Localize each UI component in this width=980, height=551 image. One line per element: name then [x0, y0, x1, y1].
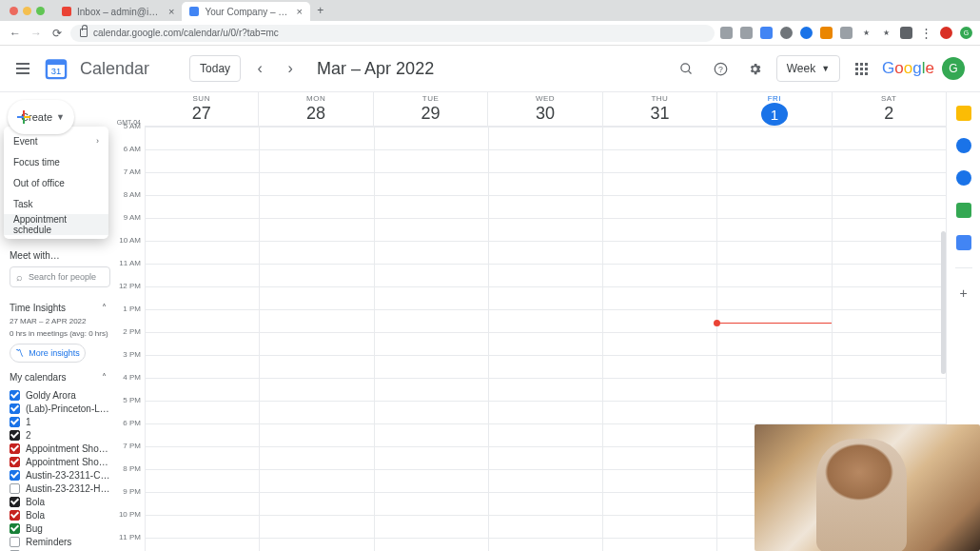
hour-cell[interactable]: [717, 355, 831, 378]
keep-icon[interactable]: [956, 106, 971, 121]
calendar-checkbox[interactable]: [10, 430, 20, 441]
hour-cell[interactable]: [717, 286, 831, 309]
calendar-checkbox[interactable]: [10, 443, 20, 454]
hour-cell[interactable]: [603, 332, 716, 355]
hour-cell[interactable]: [375, 309, 488, 332]
hour-cell[interactable]: [833, 332, 946, 355]
hour-cell[interactable]: [603, 492, 716, 515]
calendar-list-item[interactable]: Appointment Should be cr…: [10, 457, 110, 467]
calendar-checkbox[interactable]: [10, 523, 20, 534]
hour-cell[interactable]: [603, 286, 716, 309]
hour-cell[interactable]: [833, 264, 946, 286]
close-window[interactable]: [10, 7, 18, 15]
calendar-checkbox[interactable]: [10, 390, 20, 401]
hour-cell[interactable]: [717, 149, 831, 172]
hour-cell[interactable]: [489, 538, 602, 551]
hour-cell[interactable]: [260, 172, 373, 195]
hour-cell[interactable]: [146, 515, 259, 538]
calendar-checkbox[interactable]: [10, 417, 20, 427]
hour-cell[interactable]: [260, 538, 373, 551]
hour-cell[interactable]: [375, 355, 488, 378]
google-logo[interactable]: Google: [882, 57, 934, 80]
calendar-list-item[interactable]: Reminders: [10, 537, 110, 547]
create-menu-item[interactable]: Task: [4, 193, 108, 214]
hour-cell[interactable]: [489, 172, 602, 195]
hour-cell[interactable]: [833, 378, 946, 401]
ext-icon[interactable]: [740, 27, 753, 39]
calendar-checkbox[interactable]: [10, 470, 20, 481]
hour-cell[interactable]: [489, 264, 602, 286]
more-insights-button[interactable]: 〽 More insights: [10, 344, 86, 363]
calendar-list-item[interactable]: 2: [10, 430, 110, 441]
hour-cell[interactable]: [489, 195, 602, 218]
hour-cell[interactable]: [375, 446, 488, 469]
hour-cell[interactable]: [717, 172, 831, 195]
nav-forward-icon[interactable]: →: [29, 26, 44, 41]
hour-cell[interactable]: [146, 127, 259, 149]
browser-tab[interactable]: Your Company – Calendar – W…×: [182, 2, 309, 21]
hour-cell[interactable]: [146, 538, 259, 551]
hour-cell[interactable]: [603, 378, 716, 401]
calendar-checkbox[interactable]: [10, 403, 20, 414]
hour-cell[interactable]: [603, 309, 716, 332]
hour-cell[interactable]: [375, 378, 488, 401]
calendar-list-item[interactable]: (Lab)-Princeton-L1-Resear…: [10, 403, 110, 414]
hour-cell[interactable]: [260, 492, 373, 515]
calendar-list-item[interactable]: Austin-23-2311-Chatter Bo…: [10, 470, 110, 481]
hour-cell[interactable]: [260, 286, 373, 309]
create-menu-item[interactable]: Focus time: [4, 151, 108, 172]
hour-cell[interactable]: [603, 401, 716, 423]
day-header-cell[interactable]: FRI1: [716, 92, 831, 126]
view-switcher[interactable]: Week ▼: [776, 55, 840, 82]
contacts-icon[interactable]: [956, 170, 971, 186]
hour-cell[interactable]: [717, 401, 831, 423]
day-header-cell[interactable]: TUE29: [373, 92, 487, 126]
hour-cell[interactable]: [260, 446, 373, 469]
hour-cell[interactable]: [833, 172, 946, 195]
maps-icon[interactable]: [956, 203, 971, 218]
hour-cell[interactable]: [260, 515, 373, 538]
hour-cell[interactable]: [489, 492, 602, 515]
hour-cell[interactable]: [603, 446, 716, 469]
calendar-list-item[interactable]: Appointment Should be cr…: [10, 443, 110, 454]
ext-icon[interactable]: [780, 27, 793, 39]
hour-cell[interactable]: [260, 241, 373, 264]
hour-cell[interactable]: [375, 492, 488, 515]
account-avatar[interactable]: G: [942, 57, 965, 80]
calendar-checkbox[interactable]: [10, 537, 20, 547]
search-icon[interactable]: [674, 55, 700, 82]
hour-cell[interactable]: [489, 378, 602, 401]
tasks-icon[interactable]: [956, 138, 971, 153]
hour-cell[interactable]: [146, 401, 259, 423]
hour-cell[interactable]: [489, 446, 602, 469]
hour-cell[interactable]: [717, 332, 831, 355]
hour-cell[interactable]: [146, 446, 259, 469]
hour-cell[interactable]: [717, 241, 831, 264]
hour-cell[interactable]: [489, 309, 602, 332]
hour-cell[interactable]: [833, 286, 946, 309]
hour-cell[interactable]: [146, 172, 259, 195]
hour-cell[interactable]: [260, 195, 373, 218]
day-column[interactable]: [374, 127, 488, 551]
hour-cell[interactable]: [603, 195, 716, 218]
hour-cell[interactable]: [603, 127, 716, 149]
ext-icon[interactable]: [820, 27, 833, 39]
addon-icon[interactable]: [956, 235, 971, 250]
hour-cell[interactable]: [603, 515, 716, 538]
hour-cell[interactable]: [375, 172, 488, 195]
minimize-window[interactable]: [23, 7, 31, 15]
hour-cell[interactable]: [260, 378, 373, 401]
hour-cell[interactable]: [146, 469, 259, 492]
hour-cell[interactable]: [260, 401, 373, 423]
help-icon[interactable]: ?: [708, 55, 735, 82]
day-header-cell[interactable]: WED30: [487, 92, 601, 126]
today-button[interactable]: Today: [189, 55, 241, 82]
my-calendars-title[interactable]: My calendars ˄: [10, 372, 110, 383]
hour-cell[interactable]: [375, 195, 488, 218]
calendar-list-item[interactable]: Bug: [10, 523, 110, 534]
next-week-icon[interactable]: ›: [279, 57, 302, 80]
hour-cell[interactable]: [833, 401, 946, 423]
new-tab-button[interactable]: +: [310, 1, 331, 20]
ext-icon[interactable]: [720, 27, 733, 39]
hour-cell[interactable]: [375, 538, 488, 551]
